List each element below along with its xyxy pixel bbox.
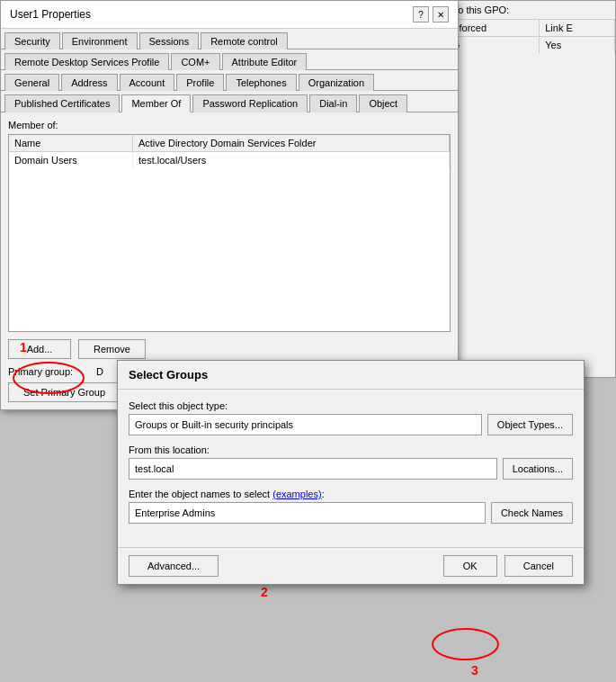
tab-password-replication[interactable]: Password Replication [192, 94, 308, 112]
annotation-2: 2 [261, 585, 268, 599]
set-primary-group-button[interactable]: Set Primary Group [8, 382, 121, 402]
tabs-row-4: Published Certificates Member Of Passwor… [1, 91, 458, 112]
object-names-input[interactable] [129, 502, 486, 524]
location-row: Locations... [129, 458, 573, 480]
tab-attribute-editor[interactable]: Attribute Editor [222, 53, 308, 70]
name-col-header: Name [9, 135, 132, 152]
ok-button[interactable]: OK [443, 555, 497, 577]
object-types-button[interactable]: Object Types... [487, 414, 573, 435]
tabs-row-2: Remote Desktop Services Profile COM+ Att… [1, 49, 458, 70]
tab-address[interactable]: Address [61, 74, 117, 91]
tab-sessions[interactable]: Sessions [139, 32, 200, 49]
tab-security[interactable]: Security [4, 32, 60, 49]
tab-telephones[interactable]: Telephones [226, 74, 296, 91]
annotation-3: 3 [471, 663, 478, 678]
check-names-button[interactable]: Check Names [491, 502, 573, 524]
tab-member-of[interactable]: Member Of [121, 94, 191, 112]
examples-link[interactable]: (examples) [272, 489, 321, 499]
title-bar-buttons: ? ✕ [413, 6, 449, 22]
action-buttons-row: Add... Remove [8, 339, 451, 359]
right-panel-header: d to this GPO: [442, 1, 615, 20]
close-button[interactable]: ✕ [433, 6, 449, 22]
select-groups-content: Select this object type: Object Types...… [118, 390, 584, 543]
member-of-label: Member of: [8, 120, 451, 130]
right-panel: d to this GPO: Enforced Link E No Yes [441, 0, 616, 378]
object-type-label: Select this object type: [129, 400, 573, 411]
tabs-row-3: General Address Account Profile Telephon… [1, 70, 458, 91]
group-folder: test.local/Users [132, 152, 449, 169]
help-button[interactable]: ? [413, 6, 429, 22]
table-row[interactable]: Domain Users test.local/Users [9, 152, 450, 169]
tab-organization[interactable]: Organization [299, 74, 374, 91]
tab-published-certificates[interactable]: Published Certificates [4, 94, 120, 112]
location-input[interactable] [129, 458, 497, 480]
tab-account[interactable]: Account [120, 74, 175, 91]
tab-com[interactable]: COM+ [171, 53, 219, 70]
tab-profile[interactable]: Profile [176, 74, 224, 91]
ok-cancel-group: OK Cancel [443, 555, 573, 577]
dialog-title: User1 Properties [10, 8, 91, 21]
tab-object[interactable]: Object [359, 94, 407, 112]
table-row: No Yes [442, 37, 615, 54]
annotation-circle-3 [432, 628, 499, 660]
right-panel-table: Enforced Link E No Yes [442, 20, 615, 53]
title-bar: User1 Properties ? ✕ [1, 1, 458, 29]
member-of-table: Name Active Directory Domain Services Fo… [9, 135, 450, 168]
link-col-header: Link E [540, 20, 615, 37]
cancel-button[interactable]: Cancel [504, 555, 573, 577]
object-type-row: Object Types... [129, 414, 573, 435]
tabs-row-1: Security Environment Sessions Remote con… [1, 29, 458, 49]
tab-remote-control[interactable]: Remote control [201, 32, 288, 49]
remove-button[interactable]: Remove [78, 339, 146, 359]
tab-environment[interactable]: Environment [62, 32, 138, 49]
select-groups-title: Select Groups [118, 361, 584, 390]
link-value: Yes [540, 37, 615, 54]
locations-button[interactable]: Locations... [503, 458, 573, 480]
location-label: From this location: [129, 444, 573, 455]
object-names-label: Enter the object names to select (exampl… [129, 489, 573, 499]
object-names-row: Check Names [129, 502, 573, 524]
tab-remote-desktop[interactable]: Remote Desktop Services Profile [4, 53, 169, 70]
dialog-footer: Advanced... OK Cancel [118, 547, 584, 584]
user-properties-dialog: User1 Properties ? ✕ Security Environmen… [0, 0, 459, 410]
folder-col-header: Active Directory Domain Services Folder [132, 135, 449, 152]
tab-general[interactable]: General [4, 74, 59, 91]
advanced-button[interactable]: Advanced... [129, 555, 219, 577]
primary-group-label: Primary group: [8, 366, 89, 377]
tab-dial-in[interactable]: Dial-in [309, 94, 357, 112]
select-groups-dialog: Select Groups Select this object type: O… [117, 360, 585, 585]
object-type-input[interactable] [129, 414, 482, 435]
member-of-table-wrapper[interactable]: Name Active Directory Domain Services Fo… [8, 134, 451, 332]
add-button[interactable]: Add... [8, 339, 71, 359]
primary-group-value: D [96, 366, 103, 377]
group-name: Domain Users [9, 152, 132, 169]
